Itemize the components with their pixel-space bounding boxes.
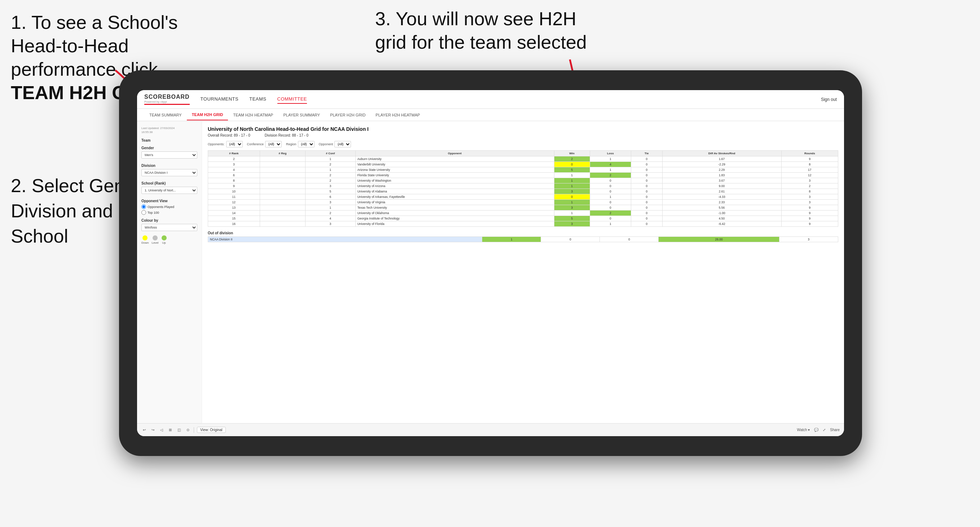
- radio-top100[interactable]: Top 100: [142, 210, 197, 215]
- grid-area: University of North Carolina Head-to-Hea…: [202, 121, 844, 423]
- cell-win: 1: [554, 184, 590, 189]
- cell-diff: 5.56: [662, 205, 781, 211]
- cell-rounds: 3: [781, 200, 838, 205]
- cell-loss: 0: [590, 184, 631, 189]
- col-loss: Loss: [590, 151, 631, 156]
- share-button[interactable]: Share: [830, 428, 840, 432]
- table-row: 15 4 Georgia Institute of Technology 5 0…: [208, 216, 838, 221]
- col-opponent: Opponent: [355, 151, 554, 156]
- cell-diff: 3.67: [662, 178, 781, 184]
- cell-diff: 2.61: [662, 189, 781, 194]
- out-of-division-title: Out of division: [208, 231, 838, 235]
- sidebar-division-label: Division: [142, 163, 197, 168]
- ood-loss: 0: [541, 237, 600, 242]
- ood-rounds: 3: [779, 237, 838, 242]
- cell-diff: 1.67: [662, 156, 781, 162]
- cell-rounds: 3: [781, 194, 838, 200]
- ood-diff: 26.00: [659, 237, 780, 242]
- cell-win: 0: [554, 194, 590, 200]
- cell-rank: 8: [208, 178, 260, 184]
- cell-diff: -6.42: [662, 221, 781, 227]
- tablet-device: SCOREBOARD Powered by clippi TOURNAMENTS…: [119, 70, 862, 456]
- opponent-filter-label: Opponent: [319, 142, 333, 146]
- division-select[interactable]: NCAA Division I: [142, 169, 197, 176]
- cell-conf: 1: [305, 205, 355, 211]
- back-button[interactable]: ◁: [159, 427, 164, 433]
- watch-button[interactable]: Watch ▾: [797, 428, 810, 432]
- cell-tie: 0: [631, 200, 663, 205]
- sub-nav-player-summary[interactable]: PLAYER SUMMARY: [278, 110, 325, 120]
- cell-rounds: 9: [781, 216, 838, 221]
- cell-reg: [260, 173, 305, 178]
- sub-nav-player-h2h-heatmap[interactable]: PLAYER H2H HEATMAP: [371, 110, 425, 120]
- cell-diff: 1.83: [662, 173, 781, 178]
- nav-committee[interactable]: COMMITTEE: [277, 95, 307, 104]
- toolbar-separator: [194, 427, 194, 433]
- cell-win: 5: [554, 216, 590, 221]
- school-select[interactable]: 1. University of Nort...: [142, 187, 197, 194]
- opponents-filter-label: Opponents:: [208, 142, 225, 146]
- cell-rounds: 2: [781, 184, 838, 189]
- sign-out-link[interactable]: Sign out: [821, 97, 837, 102]
- region-filter-select[interactable]: (All): [298, 141, 315, 148]
- division-record: Division Record: 88 - 17 - 0: [265, 133, 309, 137]
- view-original-button[interactable]: View: Original: [197, 427, 226, 433]
- crop-button[interactable]: ⊞: [167, 427, 173, 433]
- cell-rank: 10: [208, 189, 260, 194]
- conference-filter-select[interactable]: (All): [265, 141, 282, 148]
- cell-tie: 0: [631, 178, 663, 184]
- info-button[interactable]: ⊙: [185, 427, 191, 433]
- cell-reg: [260, 178, 305, 184]
- table-row: 8 2 University of Washington 1 0 0 3.67 …: [208, 178, 838, 184]
- cell-rank: 14: [208, 211, 260, 216]
- opponent-view-group: Opponents Played Top 100: [142, 205, 197, 215]
- cell-rounds: 8: [781, 189, 838, 194]
- cell-tie: 0: [631, 156, 663, 162]
- table-header-row: # Rank # Reg # Conf Opponent Win Loss Ti…: [208, 151, 838, 156]
- nav-teams[interactable]: TEAMS: [249, 95, 266, 104]
- cell-loss: 0: [590, 189, 631, 194]
- redo-button[interactable]: ↪: [150, 427, 156, 433]
- filter-opponents: Opponents: (All): [208, 141, 243, 148]
- cell-rank: 9: [208, 184, 260, 189]
- cell-tie: 0: [631, 173, 663, 178]
- opponents-filter-select[interactable]: (All): [226, 141, 243, 148]
- cell-rounds: 9: [781, 205, 838, 211]
- nav-tournaments[interactable]: TOURNAMENTS: [200, 95, 239, 104]
- conference-filter-label: Conference: [247, 142, 264, 146]
- main-content: Last Updated: 27/03/2024 16:55:38 Team G…: [137, 121, 844, 423]
- cell-rank: 3: [208, 162, 260, 167]
- cell-opponent: University of Arizona: [355, 184, 554, 189]
- cell-reg: [260, 162, 305, 167]
- legend-label-down: Down: [142, 241, 149, 244]
- out-of-division: Out of division NCAA Division II 1 0 0 2…: [208, 231, 838, 242]
- sub-nav-team-h2h-heatmap[interactable]: TEAM H2H HEATMAP: [228, 110, 278, 120]
- cell-reg: [260, 216, 305, 221]
- sub-nav-team-summary[interactable]: TEAM SUMMARY: [144, 110, 187, 120]
- sub-nav-team-h2h-grid[interactable]: TEAM H2H GRID: [187, 110, 228, 121]
- cell-conf: 6: [305, 194, 355, 200]
- cell-conf: 3: [305, 221, 355, 227]
- ood-win: 1: [482, 237, 541, 242]
- cell-diff: 2.29: [662, 167, 781, 173]
- cell-reg: [260, 200, 305, 205]
- radio-opponents-played[interactable]: Opponents Played: [142, 205, 197, 209]
- legend-label-level: Level: [151, 241, 158, 244]
- zoom-button[interactable]: ◫: [176, 427, 182, 433]
- gender-select[interactable]: Men's: [142, 151, 197, 159]
- cell-win: 2: [554, 156, 590, 162]
- expand-button[interactable]: ⤢: [823, 428, 826, 432]
- sidebar-school-label: School (Rank): [142, 181, 197, 185]
- grid-filters: Opponents: (All) Conference (All) Region: [208, 141, 838, 148]
- cell-loss: 4: [590, 162, 631, 167]
- comment-button[interactable]: 💬: [814, 428, 818, 432]
- logo: SCOREBOARD Powered by clippi: [144, 94, 190, 105]
- cell-conf: 3: [305, 200, 355, 205]
- sub-nav-player-h2h-grid[interactable]: PLAYER H2H GRID: [325, 110, 371, 120]
- cell-loss: 1: [590, 156, 631, 162]
- cell-win: 1: [554, 211, 590, 216]
- undo-button[interactable]: ↩: [142, 427, 147, 433]
- colour-by-select[interactable]: Win/loss: [142, 224, 197, 231]
- opponent-filter-select[interactable]: (All): [334, 141, 351, 148]
- cell-tie: 0: [631, 211, 663, 216]
